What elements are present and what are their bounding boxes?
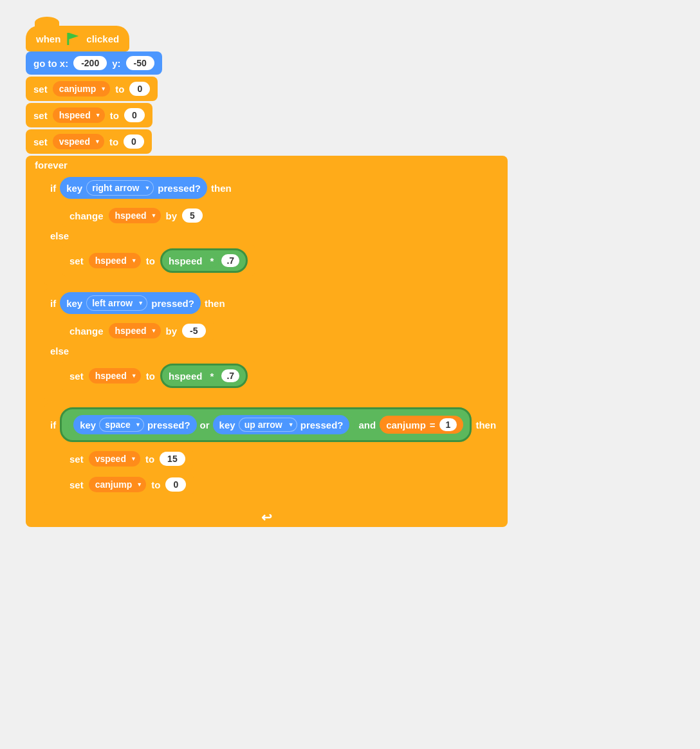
if3-then-content-2: set canjump ▼ to 0 bbox=[44, 472, 502, 499]
if2-label: if bbox=[50, 298, 56, 309]
to-label-7: to bbox=[151, 479, 160, 490]
mult-op-2: * bbox=[205, 369, 219, 383]
canjump-val-2[interactable]: 0 bbox=[165, 477, 186, 492]
hat-block[interactable]: when clicked bbox=[26, 26, 129, 51]
if2-key-dropdown[interactable]: left arrow ▼ bbox=[86, 295, 147, 311]
hspeed-dropdown-1[interactable]: hspeed ▼ bbox=[53, 107, 105, 123]
to-label-6: to bbox=[145, 454, 154, 465]
dropdown-arrow-2: ▼ bbox=[95, 112, 101, 118]
to-label-3: to bbox=[109, 136, 118, 147]
if3-eq-block[interactable]: canjump = 1 bbox=[380, 416, 463, 434]
set-vspeed-block[interactable]: set vspeed ▼ to 0 bbox=[26, 129, 152, 154]
flag-icon bbox=[67, 32, 80, 45]
forever-content: if key right arrow ▼ pressed? then bbox=[26, 173, 508, 505]
goto-y-label: y: bbox=[112, 58, 120, 69]
forever-label: forever bbox=[26, 156, 508, 173]
if2-then-content: change hspeed ▼ by -5 bbox=[44, 318, 502, 344]
vspeed-dd-2[interactable]: vspeed ▼ bbox=[89, 451, 140, 467]
if3-key1-block[interactable]: key space ▼ pressed? bbox=[73, 415, 196, 434]
to-label-2: to bbox=[110, 110, 119, 121]
hspeed-dd-4[interactable]: hspeed ▼ bbox=[109, 323, 161, 338]
to-label-4: to bbox=[146, 255, 155, 266]
if1-then-content: change hspeed ▼ by 5 bbox=[44, 203, 502, 228]
canjump-dropdown-1[interactable]: canjump ▼ bbox=[53, 81, 111, 97]
if1-key-label: key bbox=[66, 183, 82, 194]
if2-pressed: pressed? bbox=[151, 298, 194, 309]
hspeed-dd-5[interactable]: hspeed ▼ bbox=[89, 368, 141, 384]
if-block-2[interactable]: if key left arrow ▼ pressed? then bbox=[44, 288, 502, 401]
and-label: and bbox=[358, 420, 376, 430]
set-hspeed-07-block[interactable]: set hspeed ▼ to hspeed * bbox=[62, 245, 255, 277]
when-label: when bbox=[36, 33, 60, 44]
or-label: or bbox=[200, 420, 210, 430]
vspeed-val-15[interactable]: 15 bbox=[160, 452, 185, 466]
if1-label: if bbox=[50, 183, 56, 194]
set-label-5: set bbox=[69, 371, 84, 382]
if2-bottom bbox=[44, 394, 502, 401]
set-label-4: set bbox=[69, 255, 84, 266]
change-hspeed-pos[interactable]: change hspeed ▼ by 5 bbox=[62, 204, 210, 227]
canjump-val-1[interactable]: 0 bbox=[129, 82, 150, 96]
hspeed-val-1[interactable]: 0 bbox=[124, 108, 145, 122]
scratch-container: when clicked go to x: -200 y: -50 set ca… bbox=[13, 13, 687, 540]
if1-key-block[interactable]: key right arrow ▼ pressed? bbox=[60, 177, 207, 199]
if2-else-content: set hspeed ▼ to hspeed * bbox=[44, 358, 502, 394]
mult-factor-1[interactable]: .7 bbox=[221, 254, 239, 267]
if3-header: if key space ▼ bbox=[44, 403, 502, 446]
set-label-7: set bbox=[69, 479, 84, 490]
canjump-dd-2[interactable]: canjump ▼ bbox=[89, 477, 147, 492]
if3-bottom bbox=[44, 499, 502, 505]
if-block-1[interactable]: if key right arrow ▼ pressed? then bbox=[44, 173, 502, 286]
if3-key2-block[interactable]: key up arrow ▼ pressed? bbox=[213, 415, 350, 434]
if3-condition[interactable]: key space ▼ pressed? or bbox=[60, 407, 472, 442]
set-hspeed-07b-block[interactable]: set hspeed ▼ to hspeed * bbox=[62, 360, 255, 392]
goto-x-value[interactable]: -200 bbox=[73, 56, 107, 70]
if3-space-dd[interactable]: space ▼ bbox=[99, 418, 144, 432]
if1-key-dropdown[interactable]: right arrow ▼ bbox=[86, 180, 154, 196]
if3-canjump: canjump bbox=[386, 420, 426, 430]
if1-else-content: set hspeed ▼ to hspeed * bbox=[44, 243, 502, 279]
set-label-3: set bbox=[33, 136, 48, 147]
goto-block[interactable]: go to x: -200 y: -50 bbox=[26, 51, 162, 75]
mult-block-1[interactable]: hspeed * .7 bbox=[160, 248, 248, 273]
vspeed-val[interactable]: 0 bbox=[124, 134, 144, 149]
change-hspeed-neg[interactable]: change hspeed ▼ by -5 bbox=[62, 319, 214, 342]
if3-or-block[interactable]: key space ▼ pressed? or bbox=[68, 412, 355, 437]
change-val-neg[interactable]: -5 bbox=[182, 324, 205, 338]
mult-block-2[interactable]: hspeed * .7 bbox=[160, 364, 248, 388]
if3-pressed2: pressed? bbox=[300, 420, 344, 430]
if2-key-block[interactable]: key left arrow ▼ pressed? bbox=[60, 292, 201, 314]
if3-eq-val[interactable]: 1 bbox=[439, 418, 457, 431]
goto-label: go to x: bbox=[33, 58, 68, 69]
set-vspeed-15-block[interactable]: set vspeed ▼ to 15 bbox=[62, 447, 193, 470]
hspeed-dd-2[interactable]: hspeed ▼ bbox=[109, 208, 161, 223]
set-canjump-0-block[interactable]: set canjump ▼ to 0 bbox=[62, 473, 194, 496]
if1-header: if key right arrow ▼ pressed? then bbox=[44, 173, 502, 203]
mult-op-1: * bbox=[205, 254, 219, 268]
if3-uparrow-dd[interactable]: up arrow ▼ bbox=[239, 418, 297, 432]
set-hspeed-block-1[interactable]: set hspeed ▼ to 0 bbox=[26, 103, 152, 127]
by-label-2: by bbox=[166, 326, 178, 337]
program: when clicked go to x: -200 y: -50 set ca… bbox=[26, 26, 674, 527]
if-block-3[interactable]: if key space ▼ bbox=[44, 403, 502, 505]
set-label-6: set bbox=[69, 454, 84, 465]
mult-hspeed-2: hspeed bbox=[169, 371, 203, 382]
mult-factor-2[interactable]: .7 bbox=[221, 369, 239, 382]
by-label-1: by bbox=[166, 210, 178, 221]
vspeed-dropdown[interactable]: vspeed ▼ bbox=[53, 134, 104, 149]
if3-label: if bbox=[50, 420, 56, 430]
hspeed-dd-3[interactable]: hspeed ▼ bbox=[89, 253, 141, 268]
if1-then: then bbox=[211, 183, 232, 194]
if2-key-label: key bbox=[66, 298, 82, 309]
if2-else: else bbox=[44, 344, 502, 358]
set-canjump-block[interactable]: set canjump ▼ to 0 bbox=[26, 77, 158, 101]
loop-arrow: ↩ bbox=[261, 510, 272, 525]
forever-block[interactable]: forever if key right arrow ▼ bbox=[26, 156, 508, 527]
change-label-1: change bbox=[69, 210, 104, 221]
change-val-1[interactable]: 5 bbox=[182, 208, 203, 223]
if1-else: else bbox=[44, 228, 502, 243]
dropdown-arrow-1: ▼ bbox=[100, 86, 106, 92]
set-label-1: set bbox=[33, 84, 48, 95]
goto-y-value[interactable]: -50 bbox=[126, 56, 154, 70]
forever-bottom: ↩ bbox=[26, 508, 508, 527]
